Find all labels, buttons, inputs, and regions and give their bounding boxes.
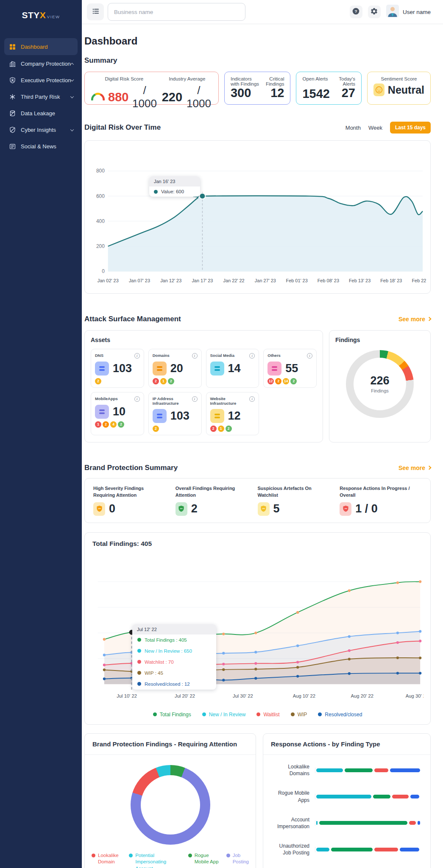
- bar-segment[interactable]: [399, 847, 420, 852]
- legend-label: Total Findings: [160, 712, 191, 718]
- legend-item-new-in-review[interactable]: New / In Review: [202, 712, 246, 718]
- sidebar-item-executive-protection[interactable]: Executive Protection: [4, 72, 78, 88]
- sidebar-item-company-protection[interactable]: Company Protection: [4, 56, 78, 72]
- attack-surface-see-more[interactable]: See more: [398, 316, 431, 323]
- sidebar-item-label: Executive Protection: [21, 77, 71, 83]
- sidebar-item-cyber-insights[interactable]: Cyber Insights: [4, 122, 78, 138]
- industry-average-label: Industry Average: [162, 76, 212, 81]
- bar-segment[interactable]: [315, 768, 344, 773]
- svg-text:200: 200: [96, 243, 105, 249]
- bar-segment[interactable]: [410, 794, 420, 799]
- asset-card-ip-address-infrastructure[interactable]: IP Address Infrastructurei1032: [148, 392, 202, 435]
- see-more-label: See more: [398, 316, 425, 323]
- bar-segment[interactable]: [389, 768, 421, 773]
- digital-risk-chart[interactable]: 8006004002000Jan 02' 23Jan 07' 23Jan 12'…: [89, 148, 426, 287]
- brand-findings-donut-chart[interactable]: [131, 765, 210, 845]
- range-last-15-days-button[interactable]: Last 15 days: [390, 122, 431, 134]
- bar-segment[interactable]: [315, 847, 330, 852]
- asset-severity-badges: 1242: [95, 421, 140, 428]
- bar-segment[interactable]: [315, 820, 318, 826]
- digital-risk-chart-card[interactable]: 8006004002000Jan 02' 23Jan 07' 23Jan 12'…: [84, 140, 431, 294]
- info-icon[interactable]: i: [192, 353, 198, 359]
- asset-card-website-infrastructure[interactable]: Website Infrastructurei12212: [206, 392, 259, 435]
- asset-card-mobileapps[interactable]: MobileAppsi101242: [91, 392, 144, 435]
- page: STYXVIEW DashboardCompany ProtectionExec…: [0, 0, 443, 868]
- shield-icon: [340, 502, 351, 516]
- svg-text:0: 0: [102, 268, 105, 274]
- findings-donut-chart[interactable]: 226 Findings: [346, 350, 414, 418]
- svg-text:Feb 18' 23: Feb 18' 23: [380, 278, 402, 283]
- asset-count: 20: [170, 362, 183, 375]
- gear-icon: [370, 7, 378, 17]
- bar-segment[interactable]: [417, 820, 421, 826]
- critical-findings-value: 12: [262, 86, 284, 100]
- tooltip-date: Jan 16' 23: [149, 176, 200, 186]
- severity-badge: 2: [95, 378, 101, 384]
- info-icon[interactable]: i: [134, 396, 140, 402]
- asset-name: Social Media: [210, 353, 235, 358]
- asset-severity-badges: [210, 378, 255, 384]
- severity-badge: 12: [267, 378, 274, 384]
- total-findings-tooltip: Jul 12' 22 Total Findings : 405New / In …: [132, 624, 216, 690]
- brand-summary-see-more[interactable]: See more: [398, 465, 431, 471]
- info-icon[interactable]: i: [307, 353, 312, 359]
- sidebar-item-data-leakage[interactable]: Data Leakage: [4, 106, 78, 121]
- legend-dot: [226, 854, 230, 857]
- bar-segment[interactable]: [372, 794, 391, 799]
- legend-item-wip[interactable]: WIP: [291, 712, 307, 718]
- risk-score-value: 880: [108, 90, 128, 104]
- legend-item-resolved-closed[interactable]: Resolved/closed: [318, 712, 362, 718]
- sidebar-item-third-party-risk[interactable]: Third Party Risk: [4, 89, 78, 105]
- severity-badge: 2: [226, 426, 232, 432]
- todays-alerts-label: Today's Alerts: [333, 76, 355, 86]
- info-icon[interactable]: i: [249, 353, 255, 359]
- settings-button[interactable]: [368, 6, 381, 18]
- asset-card-domains[interactable]: Domainsi20212: [148, 349, 202, 388]
- bar-segment[interactable]: [318, 820, 408, 826]
- asset-card-dns[interactable]: DNSi1032: [91, 349, 144, 388]
- severity-badge: 1: [160, 378, 167, 384]
- bar-segment[interactable]: [373, 847, 399, 852]
- bar-segment[interactable]: [373, 768, 389, 773]
- asset-name: Others: [267, 353, 281, 358]
- digital-risk-tooltip: Jan 16' 23 Value: 600: [149, 176, 200, 197]
- info-icon[interactable]: i: [134, 353, 140, 359]
- legend-item-lookalike-domain[interactable]: Lookalike Domain: [92, 852, 123, 868]
- legend-item-total-findings[interactable]: Total Findings: [153, 712, 191, 718]
- brand-findings-title: Brand Protection Findings - Requiring At…: [85, 734, 256, 755]
- bar-segment[interactable]: [330, 847, 373, 852]
- findings-panel: Findings 226 Findings: [329, 330, 431, 442]
- info-icon[interactable]: i: [249, 396, 255, 402]
- user-menu[interactable]: User name: [386, 5, 431, 19]
- user-name: User name: [403, 9, 431, 15]
- legend-item-job-posting[interactable]: Job Posting: [226, 852, 249, 868]
- bar-segment[interactable]: [408, 820, 417, 826]
- asset-card-social-media[interactable]: Social Mediai14: [206, 349, 259, 388]
- svg-text:Aug 10' 22: Aug 10' 22: [293, 693, 315, 698]
- logo-suffix: VIEW: [47, 14, 60, 19]
- open-alerts-label: Open Alerts: [302, 76, 330, 81]
- legend-item-waitlist[interactable]: Waitlist: [256, 712, 279, 718]
- asset-count: 14: [228, 362, 241, 375]
- svg-text:Jul 30' 22: Jul 30' 22: [233, 693, 253, 698]
- collapse-menu-button[interactable]: [87, 3, 104, 20]
- svg-text:Feb 01' 23: Feb 01' 23: [286, 278, 307, 283]
- sidebar-item-social-news[interactable]: Social & News: [4, 139, 78, 154]
- logo-text: STY: [22, 10, 39, 20]
- indicators-label: Indicators with Findings: [231, 76, 261, 86]
- legend-item-potential-impersonating-account[interactable]: Potential Impersonating Account: [129, 852, 182, 868]
- business-name-input[interactable]: [108, 3, 245, 21]
- sidebar-item-dashboard[interactable]: Dashboard: [4, 38, 78, 55]
- severity-badge: 2: [103, 421, 109, 428]
- info-icon[interactable]: i: [192, 396, 198, 402]
- bar-segment[interactable]: [391, 794, 409, 799]
- asset-severity-badges: 212: [210, 426, 255, 432]
- bar-segment[interactable]: [344, 768, 373, 773]
- stat-value: 1 / 0: [355, 502, 378, 515]
- asset-card-others[interactable]: Othersi55122142: [263, 349, 317, 388]
- range-month-button[interactable]: Month: [345, 125, 361, 131]
- help-button[interactable]: ?: [350, 6, 362, 18]
- legend-item-rogue-mobile-app[interactable]: Rogue Mobile App: [188, 852, 220, 868]
- range-week-button[interactable]: Week: [368, 125, 382, 131]
- bar-segment[interactable]: [315, 794, 372, 799]
